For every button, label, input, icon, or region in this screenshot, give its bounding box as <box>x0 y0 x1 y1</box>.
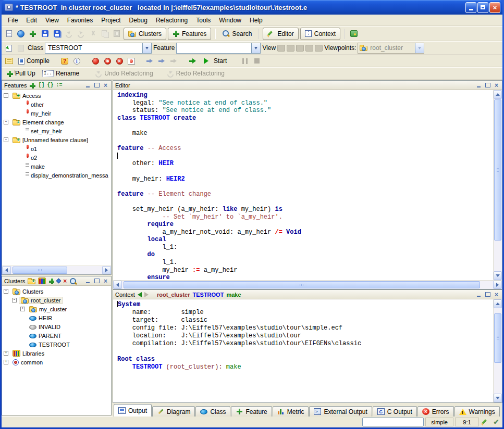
tree-item-my-cluster[interactable]: +my_cluster <box>2 305 111 313</box>
expand-minus-icon[interactable]: - <box>4 93 8 98</box>
menu-file[interactable]: File <box>4 16 22 25</box>
tree-node[interactable]: HEIR <box>27 314 54 322</box>
features-close-icon[interactable]: × <box>102 82 109 89</box>
context-panel-header[interactable]: Context root_cluster TESTROOT make × <box>113 290 502 299</box>
add-feature-icon[interactable] <box>29 82 35 89</box>
tree-item-libraries[interactable]: +Libraries <box>2 349 111 358</box>
expand-plus-icon[interactable]: + <box>20 307 25 311</box>
tree-item-parent[interactable]: PARENT <box>2 331 111 340</box>
menu-window[interactable]: Window <box>215 16 245 25</box>
scrollbar-thumb[interactable] <box>494 313 501 363</box>
tab-diagram[interactable]: Diagram <box>152 406 195 417</box>
diamond-icon[interactable] <box>56 279 62 284</box>
assign-icon[interactable]: := <box>56 82 62 88</box>
check-icon[interactable]: ✔ <box>491 418 501 426</box>
tree-item-display-demonstration-messa[interactable]: display_demonstration_messa <box>2 171 111 180</box>
class-combobox-arrow-icon[interactable] <box>142 43 151 53</box>
scroll-up-icon[interactable] <box>494 299 502 308</box>
tree-node[interactable]: my_cluster <box>27 306 69 313</box>
run-to-cursor-icon[interactable] <box>188 56 198 66</box>
breadcrumb-feature[interactable]: make <box>226 292 241 298</box>
tree-node[interactable]: Clusters <box>10 288 45 295</box>
clusters-close-icon[interactable]: × <box>102 278 109 284</box>
tab-metric[interactable]: Metric <box>273 406 309 417</box>
menu-tools[interactable]: Tools <box>192 16 215 25</box>
context-output-area[interactable]: System name: simple target: classic conf… <box>113 299 493 402</box>
tab-errors[interactable]: Errors <box>417 406 454 417</box>
menu-edit[interactable]: Edit <box>22 16 41 25</box>
scrollbar-thumb[interactable] <box>124 281 480 288</box>
scroll-left-icon[interactable] <box>2 266 11 274</box>
editor-tool-button[interactable]: Editor <box>263 28 298 40</box>
clusters-maximize-icon[interactable] <box>93 278 100 284</box>
tree-item-access[interactable]: -Access <box>2 91 111 100</box>
scroll-left-icon[interactable] <box>113 281 122 289</box>
tree-node[interactable]: make <box>19 162 47 170</box>
feature-combobox-arrow-icon[interactable] <box>251 43 260 53</box>
clusters-tool-button[interactable]: Clusters <box>124 28 166 40</box>
search-button[interactable]: Search <box>219 28 254 40</box>
find-cluster-icon[interactable] <box>69 277 76 284</box>
breakpoint-disable-icon[interactable] <box>102 56 113 66</box>
tree-node[interactable]: other <box>19 100 46 108</box>
editor-close-icon[interactable]: × <box>493 82 500 89</box>
libraries-icon[interactable] <box>38 277 46 284</box>
tree-node[interactable]: PARENT <box>27 332 64 339</box>
editor-vertical-scrollbar[interactable] <box>493 90 502 280</box>
expand-plus-icon[interactable]: + <box>4 360 8 364</box>
expand-minus-icon[interactable]: - <box>4 137 8 142</box>
rename-button[interactable]: I.. Rename <box>40 68 82 79</box>
tree-item-set-my-heir[interactable]: set_my_heir <box>2 127 111 135</box>
editor-minimize-icon[interactable] <box>475 82 482 89</box>
breakpoint-enable-icon[interactable] <box>90 56 101 66</box>
save-all-icon[interactable] <box>52 29 62 39</box>
context-close-icon[interactable]: × <box>493 292 500 298</box>
tree-node[interactable]: o2 <box>19 154 39 161</box>
brackets-icon[interactable]: [] <box>38 82 44 88</box>
pull-up-button[interactable]: Pull Up <box>4 68 38 79</box>
tab-external-output[interactable]: External Output <box>309 406 372 417</box>
tab-class[interactable]: Class <box>195 406 230 417</box>
minimize-button[interactable] <box>465 2 476 13</box>
tree-node[interactable]: Libraries <box>10 349 46 357</box>
features-panel-header[interactable]: Features [] {} := × <box>2 81 111 90</box>
send-to-new-tool-icon[interactable] <box>4 43 14 53</box>
clusters-panel-header[interactable]: Clusters × × <box>2 276 111 286</box>
features-maximize-icon[interactable] <box>93 82 100 89</box>
tree-item-make[interactable]: make <box>2 162 111 171</box>
tree-item-root-cluster[interactable]: -root_cluster <box>2 296 111 305</box>
feature-combobox[interactable] <box>176 43 261 54</box>
tree-node[interactable]: INVALID <box>27 323 63 331</box>
menu-help[interactable]: Help <box>245 16 267 25</box>
add-class-icon[interactable] <box>48 278 54 284</box>
tree-item-other[interactable]: other <box>2 100 111 109</box>
tree-item-invalid[interactable]: INVALID <box>2 322 111 331</box>
info-icon[interactable]: i <box>71 56 82 66</box>
maximize-button[interactable] <box>477 2 488 13</box>
context-maximize-icon[interactable] <box>484 292 491 298</box>
expand-minus-icon[interactable]: - <box>4 120 8 124</box>
expand-minus-icon[interactable]: - <box>4 289 8 294</box>
scroll-up-icon[interactable] <box>494 90 502 99</box>
tree-node[interactable]: [Unnamed feature clause] <box>10 136 90 144</box>
breadcrumb-cluster[interactable]: root_cluster <box>157 292 190 298</box>
menu-debug[interactable]: Debug <box>125 16 152 25</box>
scroll-down-icon[interactable] <box>494 394 502 402</box>
profile-tool-icon[interactable] <box>349 29 359 39</box>
editor-code-area[interactable]: indexing legal: "See notice at end of cl… <box>113 90 493 280</box>
tree-node[interactable]: Access <box>10 92 43 99</box>
tree-node[interactable]: TESTROOT <box>27 341 72 348</box>
compile-button[interactable]: Compile <box>16 55 52 67</box>
compile-help-icon[interactable]: ? <box>59 56 70 66</box>
editor-maximize-icon[interactable] <box>484 82 491 89</box>
new-document-icon[interactable] <box>4 29 14 39</box>
tree-item-my-heir[interactable]: my_heir <box>2 109 111 118</box>
tree-node[interactable]: set_my_heir <box>19 127 64 135</box>
expand-plus-icon[interactable]: + <box>4 351 8 356</box>
start-button[interactable]: Start <box>200 55 229 67</box>
new-cluster-icon[interactable] <box>28 279 35 284</box>
breakpoint-remove-icon[interactable] <box>114 56 125 66</box>
tab-output[interactable]: Output <box>114 404 152 417</box>
tree-node[interactable]: Element change <box>10 119 66 126</box>
open-icon[interactable] <box>16 29 26 39</box>
